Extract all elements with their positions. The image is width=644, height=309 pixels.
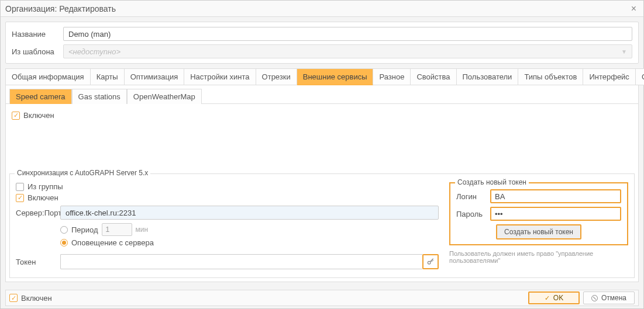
tab-7[interactable]: Свойства — [411, 68, 456, 85]
token-hint: Пользователь должен иметь право "управле… — [449, 250, 628, 264]
tab-8[interactable]: Пользователи — [457, 68, 519, 85]
chevron-down-icon: ▼ — [621, 48, 627, 55]
speedcamera-enabled-checkbox[interactable] — [12, 112, 20, 120]
notify-radio[interactable] — [60, 239, 68, 246]
tab-content: Speed cameraGas stationsOpenWeatherMap В… — [5, 85, 639, 282]
from-group-label: Из группы — [27, 182, 63, 191]
title-bar: Организация: Редактировать × — [1, 1, 643, 17]
subtab-1[interactable]: Gas stations — [72, 89, 127, 104]
server-label: Сервер:Порт — [16, 209, 58, 217]
subtab-2[interactable]: OpenWeatherMap — [127, 89, 202, 104]
tab-4[interactable]: Отрезки — [256, 68, 297, 85]
name-input[interactable] — [63, 27, 632, 41]
period-input[interactable] — [102, 223, 132, 236]
cancel-label: Отмена — [601, 294, 626, 302]
speedcamera-panel: Включен — [6, 104, 638, 127]
sync-enabled-label: Включен — [27, 193, 58, 202]
speedcamera-enabled-label: Включен — [23, 111, 54, 120]
template-placeholder: <недоступно> — [68, 47, 120, 56]
notify-label: Оповещение с сервера — [71, 238, 154, 247]
create-token-button[interactable]: Создать новый токен — [496, 224, 581, 239]
tab-10[interactable]: Интерфейс — [583, 68, 635, 85]
tab-5[interactable]: Внешние сервисы — [297, 68, 374, 85]
footer: Включен OK Отмена — [5, 290, 639, 306]
sync-left: Из группы Включен Сервер:Порт Период — [16, 180, 439, 273]
period-unit: мин — [136, 225, 149, 234]
login-label: Логин — [456, 192, 485, 201]
password-label: Пароль — [456, 210, 485, 218]
login-input[interactable] — [490, 189, 621, 203]
ok-button[interactable]: OK — [528, 291, 580, 304]
subtab-0[interactable]: Speed camera — [9, 89, 72, 104]
template-select: <недоступно> ▼ — [63, 44, 632, 58]
period-radio[interactable] — [60, 226, 68, 234]
sync-right: Создать новый токен Логин Пароль Создать… — [449, 180, 628, 273]
window-title: Организация: Редактировать — [5, 4, 116, 13]
template-label: Из шаблона — [12, 47, 63, 56]
token-label: Токен — [16, 258, 58, 266]
new-token-fieldset: Создать новый токен Логин Пароль Создать… — [449, 182, 628, 245]
cancel-icon — [591, 295, 598, 301]
tab-3[interactable]: Настройки хинта — [184, 68, 256, 85]
tab-11[interactable]: Счётчики пробега и моточасов — [636, 68, 644, 85]
footer-enabled-label: Включен — [21, 294, 52, 303]
token-input[interactable] — [60, 254, 422, 269]
dialog-window: Организация: Редактировать × Название Из… — [0, 0, 644, 309]
cancel-button[interactable]: Отмена — [583, 291, 635, 304]
tab-9[interactable]: Типы объектов — [518, 68, 583, 85]
top-form: Название Из шаблона <недоступно> ▼ — [5, 22, 639, 64]
from-group-checkbox[interactable] — [16, 183, 24, 191]
tab-0[interactable]: Общая информация — [6, 68, 91, 85]
sub-tabs: Speed cameraGas stationsOpenWeatherMap — [6, 85, 638, 104]
tab-6[interactable]: Разное — [373, 68, 411, 85]
sync-fieldset: Синхронизация c AutoGRAPH Server 5.x Из … — [9, 173, 635, 278]
footer-enabled-checkbox[interactable] — [9, 294, 18, 302]
new-token-legend: Создать новый токен — [455, 178, 529, 186]
tab-2[interactable]: Оптимизация — [125, 68, 185, 85]
sync-legend: Синхронизация c AutoGRAPH Server 5.x — [15, 169, 150, 177]
close-icon[interactable]: × — [629, 4, 639, 14]
sync-enabled-checkbox[interactable] — [16, 194, 24, 202]
token-key-button[interactable] — [422, 254, 439, 269]
server-input[interactable] — [60, 206, 439, 220]
tab-1[interactable]: Карты — [91, 68, 125, 85]
period-label: Период — [71, 225, 98, 234]
name-label: Название — [12, 30, 63, 39]
check-icon — [545, 294, 550, 302]
main-tabs: Общая информацияКартыОптимизацияНастройк… — [5, 68, 639, 85]
ok-label: OK — [553, 294, 563, 302]
svg-point-0 — [428, 261, 431, 264]
password-input[interactable] — [490, 207, 621, 221]
